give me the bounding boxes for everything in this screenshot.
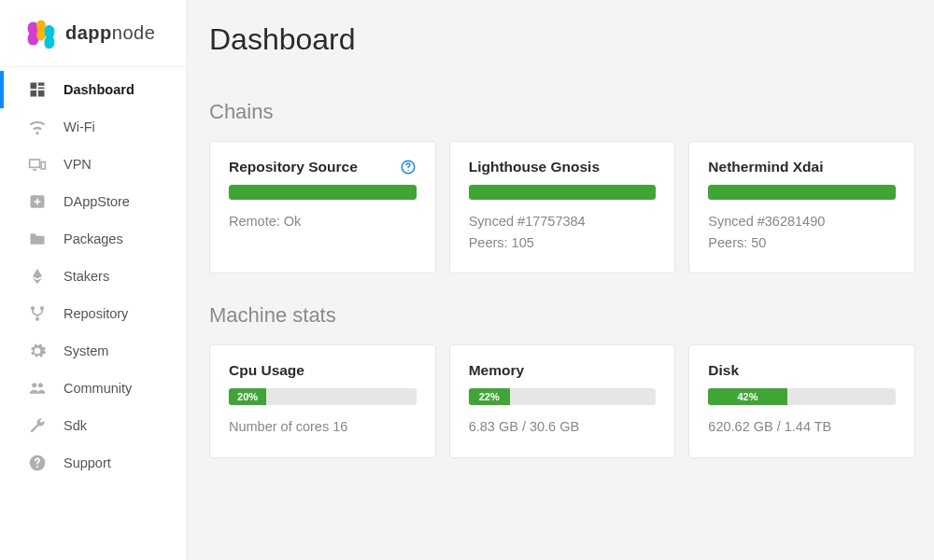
dashboard-icon — [28, 80, 47, 99]
card-status-line: Peers: 105 — [469, 232, 657, 254]
stats-cards: Cpu Usage 20% Number of cores 16 Memory … — [209, 344, 915, 457]
sidebar-item-label: Community — [64, 381, 132, 396]
devices-icon — [28, 155, 47, 174]
sidebar-item-label: Wi-Fi — [64, 119, 95, 134]
sidebar-item-dappstore[interactable]: DAppStore — [0, 183, 186, 220]
sidebar-item-repository[interactable]: Repository — [0, 295, 186, 332]
svg-point-17 — [36, 466, 38, 468]
svg-rect-2 — [38, 88, 45, 90]
stat-card-cpu: Cpu Usage 20% Number of cores 16 — [209, 344, 436, 457]
progress-bar — [708, 185, 896, 200]
sidebar-item-stakers[interactable]: Stakers — [0, 258, 186, 295]
sidebar-item-label: Stakers — [64, 269, 109, 284]
card-title: Cpu Usage — [229, 362, 304, 379]
sidebar-item-label: Dashboard — [64, 82, 134, 97]
svg-point-19 — [407, 170, 409, 172]
sidebar-item-label: VPN — [64, 157, 92, 172]
progress-fill — [469, 185, 657, 200]
sidebar-item-label: Repository — [64, 306, 128, 321]
wifi-icon — [28, 118, 47, 136]
section-title-stats: Machine stats — [209, 303, 915, 328]
svg-rect-3 — [31, 91, 37, 97]
fork-icon — [28, 304, 47, 323]
svg-point-11 — [31, 306, 35, 310]
svg-point-13 — [35, 317, 39, 321]
card-subtext: 620.62 GB / 1.44 TB — [708, 416, 896, 438]
sidebar-item-label: Support — [64, 455, 111, 470]
progress-fill — [229, 185, 417, 200]
stat-card-memory: Memory 22% 6.83 GB / 30.6 GB — [449, 344, 676, 457]
svg-point-15 — [38, 383, 43, 387]
chain-card-nethermind: Nethermind Xdai Synced #36281490 Peers: … — [688, 141, 915, 273]
svg-rect-5 — [30, 160, 40, 167]
chain-card-lighthouse: Lighthouse Gnosis Synced #17757384 Peers… — [449, 141, 676, 273]
card-title: Memory — [469, 362, 524, 379]
card-status-line: Synced #17757384 — [469, 211, 657, 232]
usage-bar: 22% — [469, 388, 657, 405]
stat-card-disk: Disk 42% 620.62 GB / 1.44 TB — [688, 344, 915, 457]
sidebar-item-label: DAppStore — [64, 194, 130, 209]
usage-fill: 20% — [229, 388, 266, 405]
nav: Dashboard Wi-Fi VPN DAppStore — [0, 67, 186, 482]
people-icon — [28, 379, 47, 398]
progress-fill — [708, 185, 896, 200]
sidebar-item-label: Sdk — [64, 418, 87, 433]
svg-rect-1 — [38, 83, 45, 86]
card-title: Disk — [708, 362, 739, 379]
card-title: Repository Source — [229, 159, 358, 175]
sidebar-item-dashboard[interactable]: Dashboard — [0, 71, 186, 108]
card-status-line: Remote: Ok — [229, 211, 417, 232]
logo-icon — [24, 17, 58, 50]
sidebar-item-support[interactable]: Support — [0, 444, 186, 482]
help-circle-icon — [28, 454, 47, 472]
sidebar-item-vpn[interactable]: VPN — [0, 146, 186, 183]
sidebar-item-label: System — [64, 343, 108, 358]
svg-rect-10 — [35, 201, 41, 203]
folder-icon — [28, 230, 47, 248]
card-subtext: Number of cores 16 — [229, 416, 417, 438]
card-status-line: Peers: 50 — [708, 232, 896, 254]
sidebar-item-packages[interactable]: Packages — [0, 220, 186, 258]
main-content: Dashboard Chains Repository Source Remot… — [187, 0, 934, 560]
page-title: Dashboard — [209, 22, 915, 57]
sidebar-item-sdk[interactable]: Sdk — [0, 407, 186, 444]
card-title: Nethermind Xdai — [708, 159, 823, 175]
chain-card-repository-source: Repository Source Remote: Ok — [209, 141, 436, 273]
svg-rect-6 — [41, 162, 45, 170]
svg-rect-4 — [38, 91, 45, 97]
sidebar-item-community[interactable]: Community — [0, 370, 186, 407]
usage-bar: 20% — [229, 388, 417, 405]
logo-text: dappnode — [65, 22, 155, 44]
gear-icon — [28, 342, 47, 360]
plus-box-icon — [28, 192, 47, 211]
progress-bar — [469, 185, 657, 200]
svg-point-14 — [32, 383, 36, 387]
help-icon[interactable] — [400, 159, 417, 175]
sidebar-item-system[interactable]: System — [0, 332, 186, 370]
chains-cards: Repository Source Remote: Ok Lighthouse … — [209, 141, 915, 273]
card-title: Lighthouse Gnosis — [469, 159, 600, 175]
sidebar-item-wifi[interactable]: Wi-Fi — [0, 108, 186, 146]
logo[interactable]: dappnode — [0, 0, 186, 67]
usage-bar: 42% — [708, 388, 896, 405]
section-title-chains: Chains — [209, 100, 915, 124]
wrench-icon — [28, 416, 47, 435]
ethereum-icon — [28, 267, 47, 286]
progress-bar — [229, 185, 417, 200]
sidebar-item-label: Packages — [64, 231, 123, 246]
svg-rect-0 — [31, 83, 37, 90]
sidebar: dappnode Dashboard Wi-Fi VPN — [0, 0, 187, 560]
usage-fill: 22% — [469, 388, 510, 405]
usage-fill: 42% — [708, 388, 786, 405]
card-subtext: 6.83 GB / 30.6 GB — [469, 416, 657, 438]
card-status-line: Synced #36281490 — [708, 211, 896, 232]
svg-point-12 — [40, 306, 44, 310]
